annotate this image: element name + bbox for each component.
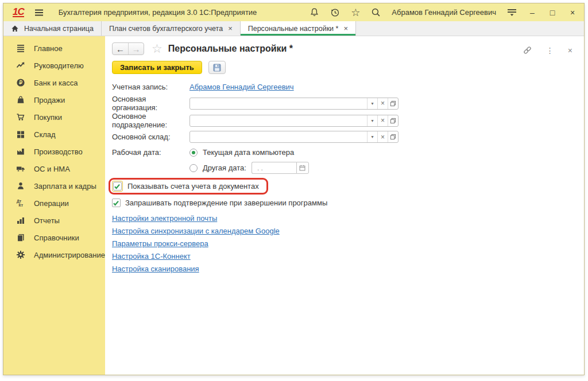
- save-button[interactable]: [208, 61, 226, 74]
- google-calendar-sync-link[interactable]: Настройка синхронизации с календарем Goo…: [112, 227, 280, 235]
- tab-close-icon[interactable]: ×: [228, 25, 233, 32]
- sidebar-item-administration[interactable]: Администрирование: [3, 246, 105, 263]
- combo-value[interactable]: [190, 131, 367, 142]
- star-icon: ☆: [351, 8, 360, 17]
- open-choice-button[interactable]: [388, 115, 398, 126]
- account-label: Учетная запись:: [112, 83, 189, 91]
- maximize-button[interactable]: □: [548, 8, 557, 17]
- trend-icon: [16, 61, 25, 70]
- chevron-down-icon: ▾: [371, 134, 373, 139]
- sidebar-item-sales[interactable]: Продажи: [3, 91, 105, 108]
- tab-close-icon[interactable]: ×: [343, 25, 348, 32]
- 1c-connect-settings-link[interactable]: Настройка 1С-Коннект: [112, 252, 191, 261]
- clear-button[interactable]: ×: [377, 115, 388, 126]
- history-nav: ← →: [112, 42, 144, 55]
- sidebar-item-production[interactable]: Производство: [3, 143, 105, 160]
- email-settings-link[interactable]: Настройки электронной почты: [112, 214, 217, 223]
- svg-text:₽: ₽: [19, 80, 22, 85]
- sidebar-item-operations[interactable]: ДтКт Операции: [3, 195, 105, 212]
- other-date-input[interactable]: . .: [252, 162, 296, 174]
- main-menu-button[interactable]: [34, 9, 44, 17]
- menu-icon: [16, 44, 25, 53]
- tab-bar: Начальная страница План счетов бухгалтер…: [3, 21, 584, 36]
- tab-label: Персональные настройки *: [248, 25, 339, 33]
- more-actions-button[interactable]: ⋮: [546, 46, 554, 55]
- tab-personal-settings[interactable]: Персональные настройки * ×: [241, 21, 356, 36]
- radio-other-date[interactable]: [189, 164, 198, 172]
- notifications-button[interactable]: [310, 7, 319, 17]
- radio-current-date[interactable]: [189, 149, 198, 157]
- window-close-button[interactable]: ×: [568, 8, 577, 17]
- bell-icon: [310, 7, 319, 17]
- open-list-icon: [390, 118, 396, 124]
- sidebar-item-label: Продажи: [34, 96, 65, 104]
- minimize-icon: –: [530, 8, 535, 17]
- back-button[interactable]: ←: [113, 43, 128, 55]
- main-organization-label: Основная организация:: [112, 95, 189, 112]
- combo-value[interactable]: [190, 115, 367, 126]
- minimize-button[interactable]: –: [528, 8, 537, 17]
- truck-icon: [16, 164, 25, 173]
- sidebar-item-label: Покупки: [34, 113, 62, 122]
- main-department-input[interactable]: ▾ ×: [189, 115, 399, 127]
- dropdown-button[interactable]: ▾: [367, 98, 377, 109]
- page-title: Персональные настройки *: [168, 44, 293, 54]
- scan-settings-link[interactable]: Настройка сканирования: [112, 265, 199, 273]
- open-list-icon: [390, 100, 396, 107]
- floppy-icon: [212, 63, 222, 72]
- sidebar-item-bank-cash[interactable]: ₽ Банк и касса: [3, 74, 105, 91]
- highlight-annotation: Показывать счета учета в документах: [109, 178, 268, 195]
- account-row: Учетная запись: Абрамов Геннадий Сергеев…: [112, 79, 584, 95]
- sidebar-item-label: Справочники: [34, 234, 79, 242]
- settings-links: Настройки электронной почты Настройка си…: [112, 212, 584, 275]
- open-choice-button[interactable]: [388, 98, 398, 109]
- main-organization-input[interactable]: ▾ ×: [189, 98, 399, 110]
- main-organization-row: Основная организация: ▾ ×: [112, 95, 584, 112]
- close-icon: ×: [570, 8, 575, 17]
- open-list-icon: [390, 134, 396, 140]
- favorites-button[interactable]: ☆: [351, 8, 360, 17]
- clear-icon: ×: [381, 116, 385, 125]
- sidebar-item-main[interactable]: Главное: [3, 40, 105, 57]
- confirm-exit-checkbox[interactable]: [112, 199, 121, 207]
- form-close-button[interactable]: ×: [568, 46, 572, 55]
- main-warehouse-row: Основной склад: ▾ ×: [112, 129, 584, 145]
- person-icon: [16, 181, 25, 190]
- history-button[interactable]: [330, 7, 340, 17]
- sidebar-item-fixed-assets[interactable]: ОС и НМА: [3, 160, 105, 177]
- proxy-settings-link[interactable]: Параметры прокси-сервера: [112, 239, 208, 248]
- tab-home[interactable]: Начальная страница: [3, 21, 102, 36]
- sidebar-item-label: Отчеты: [34, 216, 60, 225]
- combo-value[interactable]: [190, 98, 367, 109]
- dropdown-button[interactable]: ▾: [367, 131, 377, 142]
- forward-button[interactable]: →: [128, 43, 144, 55]
- sidebar-item-label: Банк и касса: [34, 79, 78, 87]
- add-favorite-button[interactable]: ☆: [152, 42, 163, 56]
- sidebar-item-reports[interactable]: Отчеты: [3, 212, 105, 229]
- show-accounts-checkbox[interactable]: [113, 182, 122, 190]
- dropdown-button[interactable]: ▾: [367, 115, 377, 126]
- barchart-icon: [16, 216, 25, 225]
- global-search-button[interactable]: [371, 7, 381, 17]
- main-warehouse-input[interactable]: ▾ ×: [189, 131, 399, 143]
- sidebar-item-directories[interactable]: Справочники: [3, 229, 105, 246]
- account-link[interactable]: Абрамов Геннадий Сергеевич: [189, 83, 294, 91]
- open-choice-button[interactable]: [388, 131, 398, 142]
- calendar-icon: [299, 164, 306, 172]
- sidebar-item-purchases[interactable]: Покупки: [3, 108, 105, 126]
- sidebar-item-label: Производство: [34, 147, 83, 156]
- sidebar-item-warehouse[interactable]: Склад: [3, 126, 105, 143]
- clear-button[interactable]: ×: [377, 98, 388, 109]
- current-user[interactable]: Абрамов Геннадий Сергеевич: [392, 8, 496, 17]
- tab-chart-of-accounts[interactable]: План счетов бухгалтерского учета ×: [102, 21, 241, 36]
- get-link-button[interactable]: [523, 45, 532, 55]
- sidebar-item-label: Руководителю: [34, 61, 84, 70]
- ruble-circle-icon: ₽: [16, 78, 25, 87]
- clear-button[interactable]: ×: [377, 131, 388, 142]
- hamburger-icon: [34, 9, 44, 17]
- service-menu-button[interactable]: [507, 8, 517, 17]
- sidebar-item-manager[interactable]: Руководителю: [3, 57, 105, 74]
- sidebar-item-payroll-hr[interactable]: Зарплата и кадры: [3, 177, 105, 195]
- save-and-close-button[interactable]: Записать и закрыть: [112, 61, 202, 74]
- calendar-button[interactable]: [296, 162, 309, 174]
